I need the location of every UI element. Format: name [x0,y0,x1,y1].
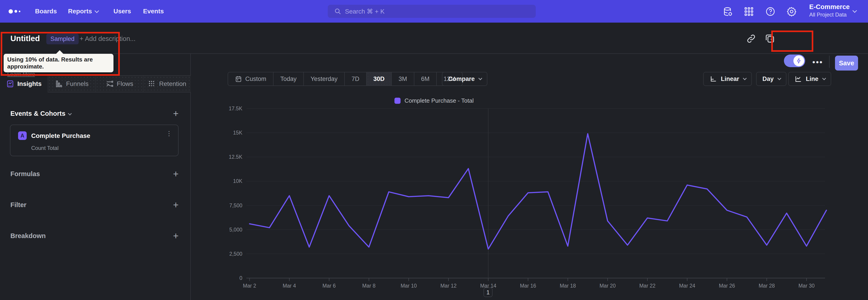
svg-text:Mar 16: Mar 16 [520,283,536,289]
svg-text:Mar 28: Mar 28 [758,283,775,289]
insights-line-chart: 02,5005,0007,50010K12.5K15K17.5KMar 2Mar… [0,0,868,300]
svg-text:Mar 2: Mar 2 [243,283,256,289]
svg-text:7,500: 7,500 [229,203,242,208]
svg-text:Mar 10: Mar 10 [401,283,417,289]
svg-text:17.5K: 17.5K [229,106,243,112]
svg-text:12.5K: 12.5K [229,154,243,160]
svg-text:Mar 6: Mar 6 [322,283,336,289]
sampling-tooltip: Using 10% of data. Results are approxima… [4,54,114,72]
mixpanel-insights-page: Boards Reports Users Events Search ⌘ + K… [0,0,868,300]
svg-text:5,000: 5,000 [229,227,242,233]
svg-text:Mar 4: Mar 4 [283,283,296,289]
svg-text:Mar 18: Mar 18 [560,283,576,289]
svg-text:Mar 8: Mar 8 [362,283,376,289]
svg-text:Mar 22: Mar 22 [639,283,655,289]
svg-text:Mar 12: Mar 12 [440,283,457,289]
svg-text:10K: 10K [233,178,243,184]
svg-text:Mar 26: Mar 26 [719,283,735,289]
svg-text:Mar 20: Mar 20 [599,283,616,289]
svg-text:Mar 24: Mar 24 [679,283,695,289]
svg-text:Mar 30: Mar 30 [798,283,815,289]
tooltip-text: Using 10% of data. Results are approxima… [7,56,110,70]
svg-text:15K: 15K [233,130,243,136]
learn-more-link[interactable]: Learn More [7,71,110,77]
svg-text:0: 0 [239,275,242,281]
svg-text:2,500: 2,500 [229,251,242,257]
page-1-button[interactable]: 1 [484,288,493,297]
